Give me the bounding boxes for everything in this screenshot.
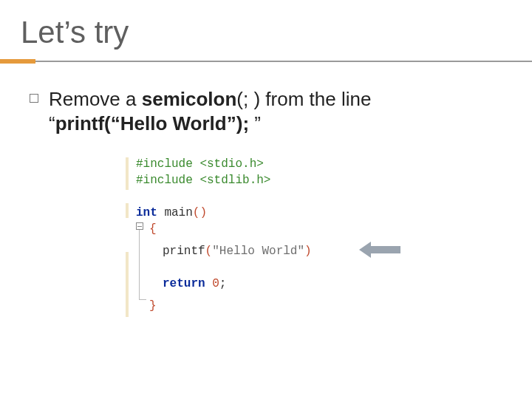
arrow-left-icon <box>359 242 400 258</box>
semicolon: ; <box>219 277 227 290</box>
code-line-include-2: #include <stdlib.h> <box>136 172 270 188</box>
paren-main: () <box>193 206 207 219</box>
paren-close: ) <box>304 245 312 258</box>
code-line-main-decl: int main() <box>136 205 207 221</box>
gutter-highlight <box>126 157 129 190</box>
code-line-return: return 0; <box>163 276 226 292</box>
code-line-open-brace: { <box>149 221 157 237</box>
bullet-text: Remove a semicolon(; ) from the line “pr… <box>49 87 371 135</box>
code-line-close-brace: } <box>149 298 157 314</box>
fn-main: main <box>157 206 193 219</box>
code-line-include-1: #include <stdio.h> <box>136 156 264 172</box>
num-zero: 0 <box>212 277 219 290</box>
code-line-printf: printf("Hello World") <box>163 243 312 259</box>
bullet-pre: Remove a <box>49 88 142 110</box>
title-rule <box>0 59 532 62</box>
fold-icon <box>136 222 143 230</box>
fn-printf: printf <box>163 245 205 258</box>
bullet-quote-open: “ <box>49 112 55 134</box>
bullet-paren: (; ) <box>236 88 260 110</box>
kw-return: return <box>163 277 205 290</box>
arrow-shaft <box>369 246 400 253</box>
bullet-mid: from the line <box>260 88 371 110</box>
gutter-highlight <box>126 203 129 218</box>
bullet-box-icon <box>30 94 38 103</box>
string-hello: "Hello World" <box>212 245 304 258</box>
gutter-highlight <box>126 252 129 317</box>
accent-bar <box>0 59 35 64</box>
code-figure: #include <stdio.h> #include <stdlib.h> i… <box>126 156 406 326</box>
slide-title: Let’s try <box>0 0 532 55</box>
bullet-code: printf(“Hello World”); <box>55 112 249 134</box>
divider-line <box>35 61 532 62</box>
space <box>205 277 213 290</box>
bullet-semicolon-word: semicolon <box>142 88 237 110</box>
bullet-quote-close: ” <box>249 112 261 134</box>
fold-guide-bottom <box>139 299 146 300</box>
kw-int: int <box>136 206 157 219</box>
fold-guide-vertical <box>139 230 140 299</box>
body-area: Remove a semicolon(; ) from the line “pr… <box>0 62 532 326</box>
bullet-row: Remove a semicolon(; ) from the line “pr… <box>30 87 502 135</box>
paren-open: ( <box>205 245 213 258</box>
